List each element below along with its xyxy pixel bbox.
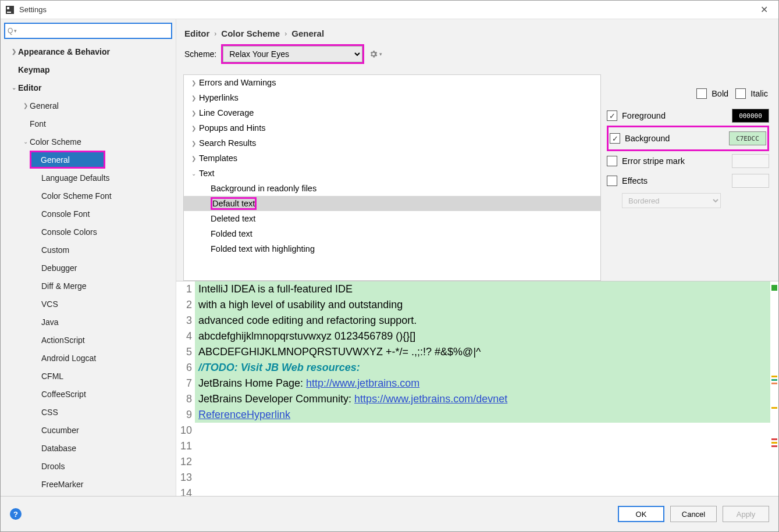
effects-checkbox[interactable]: [607, 176, 617, 186]
marker[interactable]: [771, 442, 777, 444]
tree-item[interactable]: Cucumber: [1, 421, 176, 439]
background-color-swatch[interactable]: C7EDCC: [729, 131, 766, 145]
code-line[interactable]: JetBrains Developer Community: https://w…: [195, 391, 778, 407]
breadcrumb-item[interactable]: Color Scheme: [221, 28, 280, 38]
tree-item[interactable]: Android Logcat: [1, 349, 176, 367]
marker[interactable]: [771, 383, 777, 384]
help-button[interactable]: ?: [10, 508, 22, 520]
code-line[interactable]: ReferenceHyperlink: [195, 407, 778, 423]
effects-color-swatch[interactable]: [732, 174, 769, 188]
scheme-actions-button[interactable]: ▾: [369, 49, 382, 59]
category-item[interactable]: ❯Templates: [184, 151, 600, 166]
code-line[interactable]: advanced code editing and refactoring su…: [195, 313, 778, 329]
category-item[interactable]: ❯Search Results: [184, 135, 600, 151]
marker[interactable]: [771, 379, 777, 381]
category-item[interactable]: Folded text with highlighting: [184, 241, 600, 256]
svg-rect-2: [7, 12, 11, 13]
search-input-wrap[interactable]: Q▾: [4, 23, 172, 39]
tree-item[interactable]: Keymap: [1, 60, 176, 78]
category-item[interactable]: ❯Popups and Hints: [184, 120, 600, 135]
category-item[interactable]: ❯Errors and Warnings: [184, 75, 600, 90]
tree-item[interactable]: Color Scheme Font: [1, 187, 176, 205]
tree-item-label: Cucumber: [41, 426, 79, 435]
category-item[interactable]: ❯Line Coverage: [184, 105, 600, 120]
window-close-button[interactable]: ✕: [755, 2, 774, 17]
tree-item[interactable]: Java: [1, 313, 176, 331]
apply-button[interactable]: Apply: [723, 506, 769, 522]
error-stripe-checkbox[interactable]: [607, 156, 617, 166]
marker[interactable]: [771, 438, 777, 440]
marker[interactable]: [771, 445, 777, 447]
code-line[interactable]: with a high level of usability and outst…: [195, 297, 778, 313]
tree-item[interactable]: VCS: [1, 295, 176, 313]
tree-item[interactable]: Diff & Merge: [1, 277, 176, 295]
code-line[interactable]: JetBrains Home Page: http://www.jetbrain…: [195, 376, 778, 391]
tree-item[interactable]: CFML: [1, 367, 176, 385]
tree-item[interactable]: Font: [1, 115, 176, 133]
category-item[interactable]: Background in readonly files: [184, 181, 600, 196]
category-item[interactable]: ⌄Text: [184, 166, 600, 181]
chevron-down-icon: ⌄: [22, 138, 30, 145]
foreground-color-swatch[interactable]: 000000: [732, 109, 769, 123]
tree-item[interactable]: Database: [1, 439, 176, 457]
marker[interactable]: [771, 285, 777, 291]
category-label: Text: [199, 169, 215, 178]
tree-item-label: Debugger: [41, 263, 77, 273]
hyperlink[interactable]: https://www.jetbrains.com/devnet: [354, 393, 507, 405]
chevron-down-icon: ▾: [379, 51, 382, 57]
scheme-select[interactable]: Relax Your Eyes: [223, 46, 362, 62]
tree-item[interactable]: Language Defaults: [1, 169, 176, 187]
tree-item[interactable]: ❯Appearance & Behavior: [1, 42, 176, 60]
settings-tree[interactable]: ❯Appearance & BehaviorKeymap⌄Editor❯Gene…: [1, 42, 176, 496]
tree-item[interactable]: Drools: [1, 457, 176, 475]
main-panel: Editor › Color Scheme › General Scheme: …: [176, 19, 778, 496]
bold-checkbox[interactable]: [696, 88, 707, 99]
code-line[interactable]: ABCDEFGHIJKLMNOPQRSTUVWXYZ +-*/= .,;:!? …: [195, 344, 778, 360]
error-stripe[interactable]: [770, 281, 778, 496]
code-line[interactable]: //TODO: Visit JB Web resources:: [195, 360, 778, 376]
category-item[interactable]: Deleted text: [184, 211, 600, 226]
breadcrumb-item[interactable]: General: [291, 28, 324, 38]
italic-checkbox[interactable]: [735, 88, 746, 99]
tree-item-label: CFML: [41, 372, 63, 381]
marker[interactable]: [771, 376, 777, 377]
tree-item[interactable]: FreeMarker: [1, 475, 176, 493]
ok-button[interactable]: OK: [618, 506, 664, 522]
marker[interactable]: [771, 407, 777, 409]
preview-editor[interactable]: 1234567891011121314 IntelliJ IDEA is a f…: [176, 281, 778, 496]
chevron-right-icon: ›: [214, 30, 216, 38]
tree-item-label: Drools: [41, 462, 65, 471]
tree-item[interactable]: Custom: [1, 241, 176, 259]
category-label: Errors and Warnings: [199, 78, 276, 87]
line-number: 11: [176, 438, 192, 454]
effects-label: Effects: [622, 176, 732, 185]
code-line[interactable]: IntelliJ IDEA is a full-featured IDE: [195, 281, 778, 297]
category-item[interactable]: ❯Hyperlinks: [184, 90, 600, 105]
search-input[interactable]: [19, 27, 169, 35]
tree-item[interactable]: ❯General: [1, 97, 176, 115]
category-item[interactable]: Default text: [184, 196, 600, 211]
tree-item[interactable]: ⌄Color Scheme: [1, 133, 176, 151]
tree-item[interactable]: Console Font: [1, 205, 176, 223]
color-categories-tree[interactable]: ❯Errors and Warnings❯Hyperlinks❯Line Cov…: [183, 74, 601, 281]
tree-item[interactable]: CoffeeScript: [1, 385, 176, 403]
tree-item[interactable]: ActionScript: [1, 331, 176, 349]
tree-item[interactable]: Debugger: [1, 259, 176, 277]
foreground-checkbox[interactable]: ✓: [607, 110, 617, 121]
tree-item[interactable]: General: [31, 152, 104, 167]
editor-code[interactable]: IntelliJ IDEA is a full-featured IDEwith…: [195, 281, 778, 496]
hyperlink[interactable]: http://www.jetbrains.com: [306, 377, 419, 389]
code-line[interactable]: abcdefghijklmnopqrstuvwxyz 0123456789 ()…: [195, 329, 778, 344]
breadcrumb-item[interactable]: Editor: [184, 28, 209, 38]
foreground-label: Foreground: [622, 111, 732, 120]
tree-item[interactable]: CSS: [1, 403, 176, 421]
line-number: 2: [176, 297, 192, 313]
tree-item[interactable]: ⌄Editor: [1, 78, 176, 97]
cancel-button[interactable]: Cancel: [670, 506, 717, 522]
line-number: 7: [176, 376, 192, 391]
category-item[interactable]: Folded text: [184, 226, 600, 241]
dialog-footer: ? OK Cancel Apply: [1, 497, 778, 531]
background-checkbox[interactable]: ✓: [610, 133, 620, 144]
error-stripe-swatch[interactable]: [732, 154, 769, 168]
tree-item[interactable]: Console Colors: [1, 223, 176, 241]
